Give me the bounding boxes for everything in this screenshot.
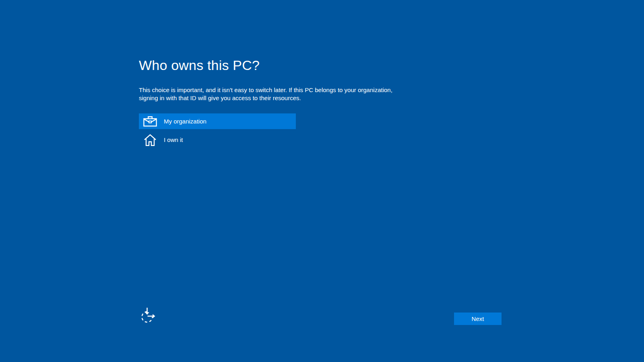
briefcase-icon <box>143 116 157 127</box>
page-description: This choice is important, and it isn't e… <box>139 86 405 102</box>
ease-of-access-icon <box>140 306 159 324</box>
next-button[interactable]: Next <box>454 313 502 325</box>
option-label: I own it <box>164 136 183 143</box>
option-label: My organization <box>164 118 206 125</box>
main-content: Who owns this PC? This choice is importa… <box>139 56 405 148</box>
page-title: Who owns this PC? <box>139 56 405 74</box>
option-i-own-it[interactable]: I own it <box>139 132 296 148</box>
oobe-screen: Who owns this PC? This choice is importa… <box>0 0 644 362</box>
ease-of-access-button[interactable] <box>140 305 159 325</box>
option-my-organization[interactable]: My organization <box>139 113 296 129</box>
ownership-options: My organization I own it <box>139 113 405 148</box>
home-icon <box>143 134 157 146</box>
